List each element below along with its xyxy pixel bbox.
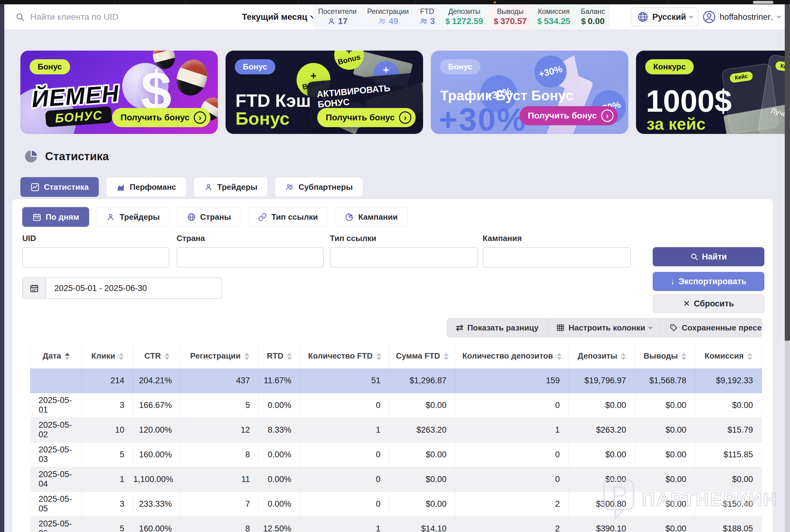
tab-субпартнеры[interactable]: Субпартнеры	[275, 177, 363, 197]
date-range-picker[interactable]	[22, 278, 222, 299]
summary-cell: 204.21%	[133, 368, 181, 393]
column-header-1[interactable]: Дата	[31, 344, 82, 368]
control-настроить-колонки[interactable]: Настроить колонки	[547, 319, 661, 337]
sort-icon[interactable]	[377, 353, 381, 360]
sort-icon[interactable]	[165, 353, 169, 360]
page-title: Статистика	[45, 150, 109, 163]
control-показать-разницу[interactable]: ⇄Показать разницу	[447, 319, 547, 337]
summary-cell: $1,296.87	[389, 368, 456, 393]
sort-icon[interactable]	[557, 353, 562, 360]
sort-icon[interactable]	[681, 353, 686, 360]
uid-input[interactable]	[22, 247, 169, 268]
table-cell: 0.00%	[259, 393, 300, 418]
sort-icon[interactable]	[287, 353, 292, 360]
search-icon	[690, 253, 698, 261]
summary-cell: $9,192.33	[695, 368, 762, 393]
tab-трейдеры[interactable]: Трейдеры	[194, 177, 268, 197]
column-header-10[interactable]: Выводы	[635, 344, 695, 368]
search-icon	[15, 12, 25, 22]
column-header-3[interactable]: CTR	[133, 344, 181, 368]
column-header-9[interactable]: Депозиты	[569, 344, 635, 368]
country-input[interactable]	[176, 247, 324, 268]
table-cell: 12.50%	[259, 516, 300, 532]
tab-статистика[interactable]: Статистика	[20, 177, 99, 197]
column-header-4[interactable]: Регистрации	[181, 344, 259, 368]
filter-tab-тип-ссылки[interactable]: Тип ссылки	[248, 207, 328, 227]
sort-icon[interactable]	[65, 353, 70, 360]
header-stat-2: Регистрации49	[362, 4, 414, 30]
stat-value: 0.00	[588, 16, 605, 26]
globe-icon	[637, 11, 649, 23]
filter-tab-по-дням[interactable]: По дням	[22, 207, 89, 227]
stat-value: 370.57	[500, 16, 527, 26]
table-cell: 12	[181, 418, 259, 442]
banner-contest-1000[interactable]: Кейс Лучший Кейс Конкурс 1000$ за кейс У…	[636, 51, 785, 134]
date-range-input[interactable]	[46, 278, 221, 298]
user-icon	[106, 213, 115, 222]
filter-tab-страны[interactable]: Страны	[177, 207, 241, 227]
filter-tab-трейдеры[interactable]: Трейдеры	[96, 207, 170, 227]
table-cell: $300.80	[569, 492, 635, 516]
export-button[interactable]: ↓ Экспортировать	[653, 272, 764, 291]
sort-icon[interactable]	[621, 353, 626, 360]
swap-icon: ⇄	[456, 323, 463, 332]
search-input[interactable]	[30, 12, 203, 22]
banner-percent: +30%	[439, 101, 527, 134]
table-cell: $0.00	[389, 393, 456, 418]
get-bonus-button[interactable]: Получить бонус ›	[112, 108, 210, 127]
table-cell: $0.00	[635, 393, 695, 418]
table-cell: 0	[456, 393, 569, 418]
column-header-11[interactable]: Комиссия	[695, 344, 762, 368]
summary-cell: 11.67%	[259, 368, 300, 393]
header-stat-3: FTD3	[414, 4, 440, 30]
calendar-addon[interactable]	[23, 278, 46, 298]
filter-tab-кампании[interactable]: Кампании	[335, 207, 408, 227]
campaign-input[interactable]	[483, 247, 631, 268]
sort-icon[interactable]	[444, 353, 449, 360]
uid-label: UID	[22, 234, 36, 243]
column-header-5[interactable]: RTD	[259, 344, 300, 368]
yemen-balloon	[172, 56, 212, 99]
column-header-6[interactable]: Количество FTD	[300, 344, 389, 368]
summary-cell: $19,796.97	[569, 368, 635, 393]
table-cell: 0.00%	[259, 492, 300, 516]
banner-ftd-cash-bonus[interactable]: Бонус +Bonus +Bonus +Bonus +Bonus АКТИВИ…	[226, 51, 423, 134]
link-type-input[interactable]	[330, 247, 478, 268]
stat-label: Баланс	[581, 7, 605, 16]
table-cell: $0.00	[569, 393, 635, 418]
table-cell: 2	[456, 516, 569, 532]
header-stat-4: Депозиты$1272.59	[440, 4, 488, 30]
banner-yemen-bonus[interactable]: $ Бонус ЙЕМЕН БОНУС Получить бонус ›	[20, 51, 218, 134]
table-cell: 5	[82, 442, 133, 467]
user-menu[interactable]: hoffahostriner…	[702, 4, 780, 30]
statistics-panel: По днямТрейдерыСтраныТип ссылкиКампании …	[12, 199, 773, 532]
pie-chart-icon	[24, 149, 38, 164]
find-button[interactable]: Найти	[653, 247, 764, 266]
get-bonus-button[interactable]: Получить бонус ›	[519, 106, 618, 125]
control-сохраненные-пресеты[interactable]: Сохраненные пресеты	[661, 319, 762, 337]
table-cell: 2025-05-04	[31, 467, 82, 492]
table-cell: 1	[300, 418, 389, 442]
stat-label: FTD	[420, 7, 434, 16]
pie-icon	[345, 213, 354, 222]
column-header-2[interactable]: Клики	[82, 344, 133, 368]
period-selector[interactable]: Текущий месяц	[242, 4, 315, 30]
sort-icon[interactable]	[245, 353, 249, 360]
summary-cell: 51	[300, 368, 389, 393]
table-row-2025-05-06: 2025-05-065160.00%812.50%1$14.102$390.10…	[31, 516, 762, 532]
table-cell: 3	[82, 492, 133, 516]
column-header-7[interactable]: Сумма FTD	[389, 344, 456, 368]
sort-icon[interactable]	[747, 353, 752, 360]
reset-button[interactable]: ✕ Сбросить	[653, 294, 764, 313]
get-bonus-button[interactable]: Получить бонус ›	[317, 108, 416, 127]
banner-traffic-boost[interactable]: +30% +30% +30% Бонус Трафик Буст Бонус +…	[431, 51, 628, 134]
client-search[interactable]	[15, 4, 203, 30]
sort-icon[interactable]	[119, 353, 124, 360]
language-selector[interactable]: Русский	[631, 7, 699, 26]
table-cell: 10	[82, 418, 133, 442]
table-cell: 1	[82, 467, 133, 492]
tab-перфоманс[interactable]: Перфоманс	[106, 177, 186, 197]
column-header-8[interactable]: Количество депозитов	[456, 344, 569, 368]
header-stats: Посетители17Регистрации49FTD3Депозиты$12…	[313, 4, 610, 30]
banner-subtitle: Бонус	[235, 108, 289, 129]
